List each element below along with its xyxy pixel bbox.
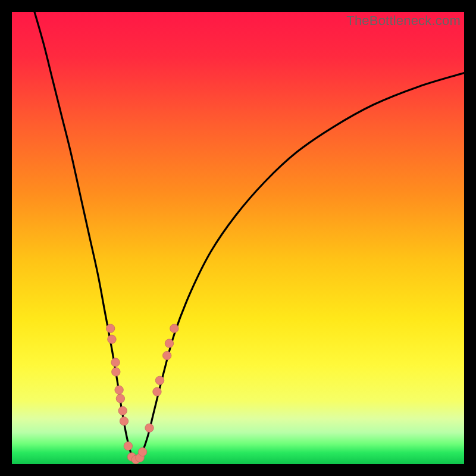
data-marker [155,376,164,384]
data-marker [112,368,120,376]
data-marker [108,335,116,343]
watermark-text: TheBottleneck.com [346,13,461,29]
data-marker [115,386,123,394]
gradient-background [12,12,464,464]
data-marker [170,324,178,333]
data-marker [138,447,146,456]
chart-frame: TheBottleneck.com [12,12,464,464]
data-marker [165,339,173,347]
data-marker [116,394,124,403]
data-marker [145,424,154,432]
data-marker [153,387,161,396]
data-marker [111,358,120,367]
bottleneck-chart [12,12,464,464]
data-marker [124,441,132,450]
data-marker [120,417,128,425]
data-marker [118,406,127,415]
data-marker [162,351,171,359]
data-marker [106,324,114,333]
